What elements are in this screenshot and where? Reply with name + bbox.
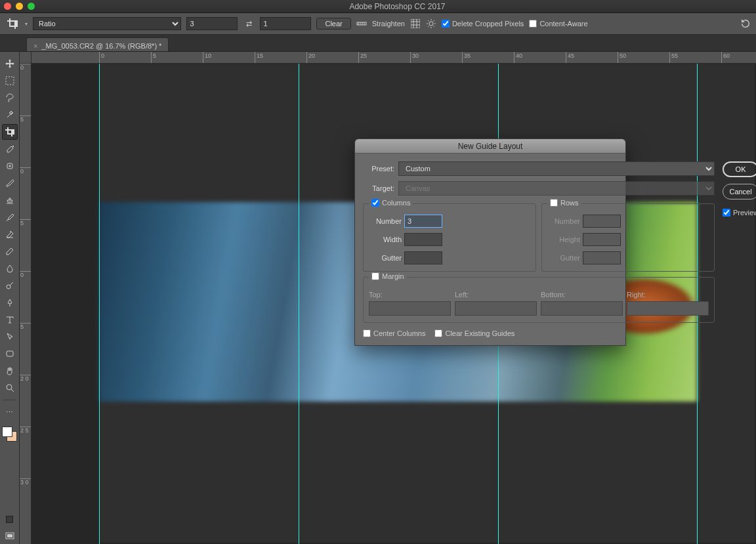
columns-gutter-label: Gutter [369, 254, 402, 262]
eyedropper-tool[interactable] [2, 141, 18, 157]
hand-tool[interactable] [2, 363, 18, 379]
clone-stamp-tool[interactable] [2, 192, 18, 208]
ruler-tick: 5 [20, 219, 31, 226]
tab-close-icon[interactable]: × [33, 42, 37, 50]
crop-width-input[interactable] [186, 17, 238, 30]
margin-checkbox[interactable] [371, 272, 379, 280]
blur-tool[interactable] [2, 261, 18, 276]
document-tab[interactable]: × _MG_0053.CR2 @ 16.7% (RGB/8*) * [26, 37, 169, 51]
overlay-grid-icon[interactable] [410, 18, 421, 29]
columns-group: Columns Number Width Gutter [363, 203, 536, 272]
window-controls [4, 3, 35, 10]
preset-select[interactable]: Custom [398, 161, 715, 176]
ruler-tick: 0 [99, 52, 104, 63]
rows-height-label: Height [547, 236, 580, 243]
healing-brush-tool[interactable] [2, 158, 18, 174]
ruler-tick: 20 [306, 52, 315, 63]
lasso-tool[interactable] [2, 90, 18, 106]
ruler-tick: 2 0 [20, 375, 31, 382]
vertical-ruler[interactable]: 0505052 02 53 0 [20, 64, 32, 544]
move-tool[interactable] [2, 56, 18, 72]
crop-height-input[interactable] [260, 17, 311, 30]
center-columns-label: Center Columns [373, 329, 425, 337]
eraser-tool[interactable] [2, 226, 18, 242]
clear-button[interactable]: Clear [316, 18, 350, 30]
tab-title: _MG_0053.CR2 @ 16.7% (RGB/8*) * [41, 42, 161, 50]
ok-button[interactable]: OK [723, 161, 756, 177]
target-label: Target: [363, 184, 394, 192]
margin-right-input [627, 301, 709, 316]
history-brush-tool[interactable] [2, 209, 18, 225]
reset-crop-icon[interactable] [740, 18, 751, 29]
window-minimize-button[interactable] [16, 3, 23, 10]
delete-cropped-checkbox[interactable]: Delete Cropped Pixels [442, 20, 524, 28]
crop-tool[interactable] [2, 124, 18, 140]
marquee-tool[interactable] [2, 73, 18, 89]
ruler-tick: 0 [20, 64, 31, 71]
tool-preset-chevron-icon[interactable]: ▾ [25, 21, 28, 27]
svg-rect-9 [7, 351, 13, 356]
columns-number-input[interactable] [404, 215, 442, 228]
document-tabs: × _MG_0053.CR2 @ 16.7% (RGB/8*) * [0, 35, 756, 52]
straighten-icon[interactable] [356, 18, 367, 29]
svg-rect-12 [7, 534, 12, 537]
color-swatches[interactable] [2, 427, 18, 445]
cancel-button[interactable]: Cancel [723, 184, 756, 199]
path-selection-tool[interactable] [2, 329, 18, 345]
margin-group: Margin Top: Left: Bottom: Right: [363, 277, 715, 323]
window-maximize-button[interactable] [28, 3, 35, 10]
quickmask-toggle[interactable] [6, 516, 13, 523]
foreground-color-swatch[interactable] [2, 427, 12, 437]
magic-wand-tool[interactable] [2, 107, 18, 123]
brush-tool[interactable] [2, 175, 18, 191]
ruler-tick: 5 [20, 323, 31, 330]
preview-checkbox[interactable]: Preview [723, 209, 756, 217]
swap-ratio-icon[interactable]: ⇄ [243, 20, 255, 28]
ruler-tick: 0 [20, 167, 31, 175]
svg-point-5 [429, 22, 433, 26]
dodge-tool[interactable] [2, 278, 18, 293]
options-bar: ▾ Ratio ⇄ Clear Straighten Delete Croppe… [0, 13, 756, 35]
crop-ratio-select[interactable]: Ratio [33, 17, 181, 30]
ruler-tick: 15 [255, 52, 263, 63]
ruler-tick: 2 5 [20, 427, 31, 434]
dialog-title: New Guide Layout [355, 139, 625, 154]
ruler-tick: 25 [358, 52, 367, 63]
title-bar: Adobe Photoshop CC 2017 [0, 0, 756, 13]
gradient-tool[interactable] [2, 243, 18, 259]
ruler-tick: 60 [721, 52, 730, 63]
crop-tool-icon[interactable] [5, 16, 20, 31]
type-tool[interactable] [2, 312, 18, 327]
horizontal-ruler[interactable]: 051015202530354045505560 [32, 52, 756, 64]
ruler-tick: 40 [514, 52, 522, 63]
margin-left-input [455, 301, 537, 316]
svg-point-10 [7, 385, 12, 390]
rectangle-tool[interactable] [2, 346, 18, 362]
ruler-tick: 10 [203, 52, 211, 63]
columns-width-input[interactable] [404, 233, 442, 246]
ruler-tick: 45 [566, 52, 574, 63]
screen-mode-icon[interactable] [2, 528, 18, 544]
guide-vertical[interactable] [99, 64, 100, 544]
crop-options-gear-icon[interactable] [426, 18, 436, 29]
guide-vertical[interactable] [299, 64, 299, 544]
ruler-tick: 35 [462, 52, 471, 63]
clear-existing-checkbox[interactable]: Clear Existing Guides [434, 329, 514, 337]
columns-gutter-input[interactable] [404, 251, 442, 264]
window-close-button[interactable] [4, 3, 11, 10]
content-aware-label: Content-Aware [539, 20, 587, 28]
ruler-tick: 30 [410, 52, 419, 63]
zoom-tool[interactable] [2, 380, 18, 396]
content-aware-checkbox[interactable]: Content-Aware [529, 20, 587, 28]
margin-right-label: Right: [627, 291, 709, 299]
ruler-tick: 0 [20, 271, 31, 278]
columns-checkbox[interactable] [371, 199, 379, 207]
pen-tool[interactable] [2, 295, 18, 310]
straighten-label[interactable]: Straighten [372, 20, 405, 28]
margin-top-label: Top: [369, 291, 451, 299]
center-columns-checkbox[interactable]: Center Columns [363, 329, 425, 337]
rows-gutter-input [583, 251, 621, 264]
rows-checkbox[interactable] [550, 199, 558, 207]
margin-head-label: Margin [382, 272, 404, 280]
edit-toolbar-icon[interactable]: ⋯ [2, 404, 18, 420]
